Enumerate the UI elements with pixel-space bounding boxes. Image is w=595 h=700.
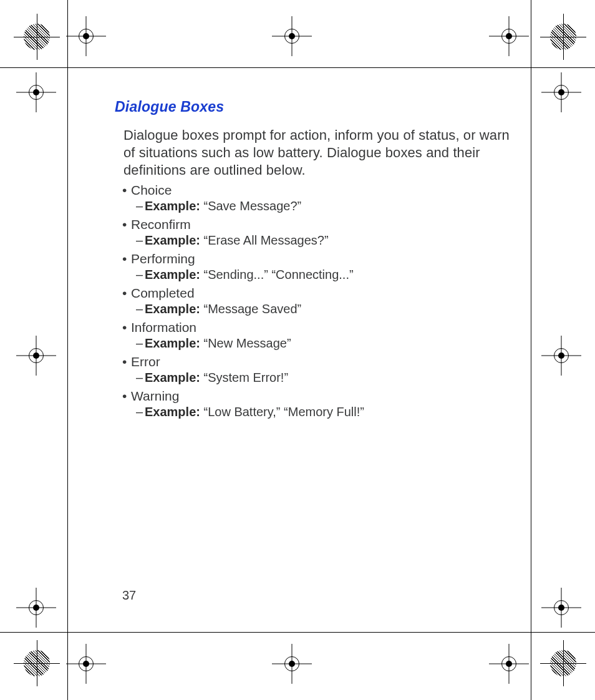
dash-icon: – xyxy=(136,268,145,282)
list-item: •Performing –Example: “Sending...” “Conn… xyxy=(123,251,513,282)
item-name: Information xyxy=(131,320,196,334)
example-label: Example: xyxy=(145,268,200,281)
crop-line-top xyxy=(0,67,595,68)
bullet-icon: • xyxy=(122,183,131,198)
registration-hatch-icon xyxy=(24,650,50,676)
example-label: Example: xyxy=(145,336,200,350)
registration-mark-icon xyxy=(549,595,574,620)
dash-icon: – xyxy=(136,405,145,419)
list-subitem: –Example: “Message Saved” xyxy=(136,302,513,316)
list-item: •Completed –Example: “Message Saved” xyxy=(123,286,513,316)
list-subitem: –Example: “Sending...” “Connecting...” xyxy=(136,268,513,282)
list-subitem: –Example: “System Error!” xyxy=(136,371,513,385)
list-item: •Reconfirm –Example: “Erase All Messages… xyxy=(123,217,513,248)
list-subitem: –Example: “Low Battery,” “Memory Full!” xyxy=(136,405,513,419)
example-label: Example: xyxy=(145,371,200,384)
page-title: Dialogue Boxes xyxy=(115,99,513,115)
registration-hatch-icon xyxy=(24,24,50,50)
example-text: “Sending...” “Connecting...” xyxy=(204,268,354,281)
registration-mark-icon xyxy=(279,24,304,49)
dash-icon: – xyxy=(136,233,145,248)
page-number: 37 xyxy=(122,588,136,603)
list-item: •Choice –Example: “Save Message?” xyxy=(123,183,513,213)
example-text: “System Error!” xyxy=(204,371,289,384)
registration-mark-icon xyxy=(24,343,49,368)
registration-mark-icon xyxy=(279,651,304,676)
example-text: “Message Saved” xyxy=(204,302,302,316)
example-label: Example: xyxy=(145,302,200,316)
item-name: Performing xyxy=(131,251,195,266)
bullet-icon: • xyxy=(122,286,131,301)
example-label: Example: xyxy=(145,233,200,247)
example-text: “New Message” xyxy=(204,336,291,350)
crop-line-bottom xyxy=(0,632,595,633)
example-label: Example: xyxy=(145,405,200,419)
item-name: Error xyxy=(131,354,160,369)
crop-line-right xyxy=(531,0,531,700)
item-name: Choice xyxy=(131,183,172,197)
item-name: Completed xyxy=(131,286,195,300)
page-content: Dialogue Boxes Dialogue boxes prompt for… xyxy=(115,99,513,423)
list-subitem: –Example: “Erase All Messages?” xyxy=(136,233,513,248)
registration-mark-icon xyxy=(24,80,49,105)
registration-mark-icon xyxy=(549,80,574,105)
item-name: Warning xyxy=(131,389,179,403)
list-item: •Information –Example: “New Message” xyxy=(123,320,513,351)
dash-icon: – xyxy=(136,302,145,316)
bullet-icon: • xyxy=(122,320,131,335)
example-text: “Save Message?” xyxy=(204,199,302,213)
registration-mark-icon xyxy=(74,24,99,49)
example-text: “Low Battery,” “Memory Full!” xyxy=(204,405,364,419)
registration-mark-icon xyxy=(24,595,49,620)
dash-icon: – xyxy=(136,199,145,213)
bullet-icon: • xyxy=(122,354,131,369)
registration-mark-icon xyxy=(74,651,99,676)
dialogue-type-list: •Choice –Example: “Save Message?” •Recon… xyxy=(123,183,513,419)
example-text: “Erase All Messages?” xyxy=(204,233,329,247)
crop-line-left xyxy=(67,0,68,700)
registration-mark-icon xyxy=(496,24,521,49)
list-item: •Warning –Example: “Low Battery,” “Memor… xyxy=(123,389,513,419)
registration-hatch-icon xyxy=(550,24,576,50)
registration-mark-icon xyxy=(549,343,574,368)
example-label: Example: xyxy=(145,199,200,213)
registration-hatch-icon xyxy=(550,650,576,676)
dash-icon: – xyxy=(136,371,145,385)
list-subitem: –Example: “Save Message?” xyxy=(136,199,513,213)
list-subitem: –Example: “New Message” xyxy=(136,336,513,351)
bullet-icon: • xyxy=(122,251,131,266)
registration-mark-icon xyxy=(496,651,521,676)
dash-icon: – xyxy=(136,336,145,351)
list-item: •Error –Example: “System Error!” xyxy=(123,354,513,385)
bullet-icon: • xyxy=(122,217,131,232)
item-name: Reconfirm xyxy=(131,217,191,231)
bullet-icon: • xyxy=(122,389,131,404)
intro-paragraph: Dialogue boxes prompt for action, inform… xyxy=(123,127,513,179)
